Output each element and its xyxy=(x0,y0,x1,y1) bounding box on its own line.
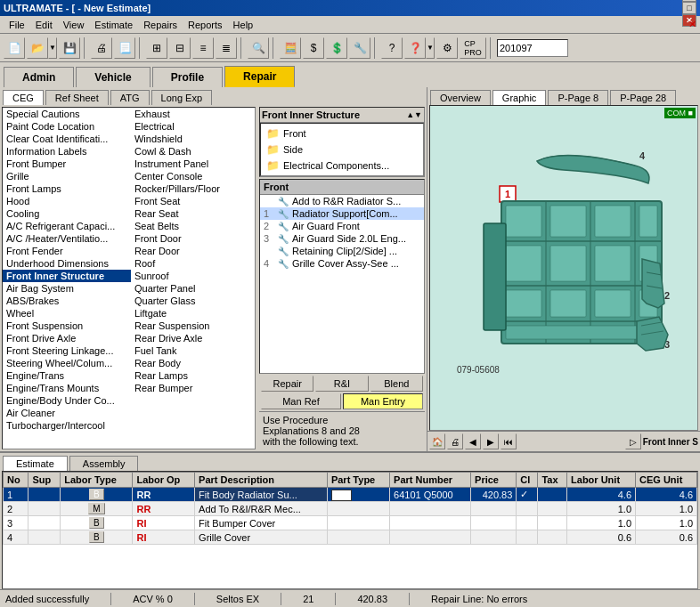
cat-quarter-panel[interactable]: Quarter Panel xyxy=(131,282,255,295)
cat-exhaust[interactable]: Exhaust xyxy=(131,108,255,120)
menu-view[interactable]: View xyxy=(58,18,90,32)
tab-admin[interactable]: Admin xyxy=(4,67,74,87)
tree-section-front[interactable]: 📁 Front xyxy=(263,125,421,142)
cat-sunroof[interactable]: Sunroof xyxy=(131,270,255,282)
maximize-button[interactable]: □ xyxy=(682,2,696,14)
tool1-button[interactable]: ⊞ xyxy=(146,37,167,59)
tool3-button[interactable]: ≡ xyxy=(192,37,214,59)
table-row[interactable]: 3BRIFit Bumper Cover1.01.0 xyxy=(4,516,697,530)
cat-rear-lamps[interactable]: Rear Lamps xyxy=(131,369,255,382)
pro-button[interactable]: CPPRO xyxy=(460,37,486,59)
man-ref-button[interactable]: Man Ref xyxy=(261,393,341,409)
open-dropdown[interactable]: ▼ xyxy=(48,37,57,59)
cat-rear-seat[interactable]: Rear Seat xyxy=(131,207,255,220)
dollar-button[interactable]: $ xyxy=(303,37,324,59)
help-dropdown[interactable]: ▼ xyxy=(426,37,435,59)
blend-button[interactable]: Blend xyxy=(370,376,423,392)
save-button[interactable]: 💾 xyxy=(59,37,80,59)
cat-rear-axle[interactable]: Rear Drive Axle xyxy=(131,332,255,344)
cat-quarter-glass[interactable]: Quarter Glass xyxy=(131,295,255,307)
menu-help[interactable]: Help xyxy=(228,18,259,32)
table-row[interactable]: 2MRRAdd To R&I/R&R Mec...1.01.0 xyxy=(4,502,697,516)
cat-engine-body[interactable]: Engine/Body Under Co... xyxy=(3,394,131,407)
detail-item-radiator[interactable]: 1 🔧 Radiator Support[Com... xyxy=(260,207,424,220)
dollar2-button[interactable]: 💲 xyxy=(326,37,347,59)
cat-steering-wheel[interactable]: Steering Wheel/Colum... xyxy=(3,357,131,369)
tab-profile[interactable]: Profile xyxy=(152,67,223,87)
open-button[interactable]: 📂 xyxy=(27,37,48,59)
cat-clear-coat[interactable]: Clear Coat Identificati... xyxy=(3,133,131,145)
rr-button[interactable]: R&I xyxy=(315,376,368,392)
cat-front-inner[interactable]: Front Inner Structure xyxy=(3,270,131,282)
tab-vehicle[interactable]: Vehicle xyxy=(76,67,150,87)
subtab-longexp[interactable]: Long Exp xyxy=(151,90,212,105)
cat-rear-body[interactable]: Rear Body xyxy=(131,357,255,369)
btab-estimate[interactable]: Estimate xyxy=(3,456,68,471)
cat-special-cautions[interactable]: Special Cautions xyxy=(3,108,131,120)
cat-front-axle[interactable]: Front Drive Axle xyxy=(3,332,131,344)
cat-engine-mounts[interactable]: Engine/Trans Mounts xyxy=(3,382,131,394)
cat-console[interactable]: Center Console xyxy=(131,170,255,182)
menu-edit[interactable]: Edit xyxy=(30,18,58,32)
menu-repairs[interactable]: Repairs xyxy=(138,18,183,32)
subtab-ceg[interactable]: CEG xyxy=(3,90,44,105)
cat-front-susp[interactable]: Front Suspension xyxy=(3,320,131,332)
tool2-button[interactable]: ⊟ xyxy=(169,37,191,59)
cat-steering-linkage[interactable]: Front Steering Linkage... xyxy=(3,344,131,357)
settings-button[interactable]: ⚙ xyxy=(436,37,458,59)
graphic-nav-button[interactable]: ▷ xyxy=(625,433,641,449)
cat-turbo[interactable]: Turbocharger/Intercool xyxy=(3,419,131,432)
cat-cowl[interactable]: Cowl & Dash xyxy=(131,145,255,158)
cat-front-fender[interactable]: Front Fender xyxy=(3,245,131,257)
cat-front-bumper[interactable]: Front Bumper xyxy=(3,158,131,170)
graphic-right-button[interactable]: ▶ xyxy=(483,433,499,449)
estimate-search[interactable] xyxy=(497,39,568,57)
detail-item-airguard-side[interactable]: 3 🔧 Air Guard Side 2.0L Eng... xyxy=(260,232,424,245)
labor-type-badge[interactable]: B xyxy=(89,517,104,529)
search-button[interactable]: 🔍 xyxy=(248,37,269,59)
gtab-overview[interactable]: Overview xyxy=(430,90,491,105)
detail-item-airguard-front[interactable]: 2 🔧 Air Guard Front xyxy=(260,220,424,232)
graphic-left-button[interactable]: ◀ xyxy=(465,433,481,449)
menu-estimate[interactable]: Estimate xyxy=(89,18,138,32)
cat-underhood[interactable]: Underhood Dimensions xyxy=(3,257,131,270)
repair-button[interactable]: Repair xyxy=(261,376,313,392)
btab-assembly[interactable]: Assembly xyxy=(69,456,139,471)
gtab-ppage28[interactable]: P-Page 28 xyxy=(610,90,676,105)
cat-paint-code[interactable]: Paint Code Location xyxy=(3,120,131,133)
cat-front-seat[interactable]: Front Seat xyxy=(131,195,255,207)
close-app-button[interactable]: ✕ xyxy=(688,19,696,30)
cat-fuel-tank[interactable]: Fuel Tank xyxy=(131,344,255,357)
print-button[interactable]: 🖨 xyxy=(91,37,112,59)
tool6-button[interactable]: ? xyxy=(381,37,403,59)
tree-section-side[interactable]: 📁 Side xyxy=(263,142,421,158)
cat-rocker[interactable]: Rocker/Pillars/Floor xyxy=(131,182,255,195)
graphic-home-button[interactable]: 🏠 xyxy=(429,433,445,449)
cat-abs[interactable]: ABS/Brakes xyxy=(3,295,131,307)
subtab-atg[interactable]: ATG xyxy=(110,90,150,105)
cat-ac-refrigerant[interactable]: A/C Refrigerant Capaci... xyxy=(3,220,131,232)
tree-section-electrical[interactable]: 📁 Electrical Components... xyxy=(263,158,421,174)
calc-button[interactable]: 🧮 xyxy=(280,37,301,59)
tool5-button[interactable]: 🔧 xyxy=(349,37,370,59)
cat-liftgate[interactable]: Liftgate xyxy=(131,307,255,320)
cat-ac-heater[interactable]: A/C /Heater/Ventilatio... xyxy=(3,232,131,245)
graphic-print-button[interactable]: 🖨 xyxy=(447,433,463,449)
cat-hood[interactable]: Hood xyxy=(3,195,131,207)
labor-type-badge[interactable]: B xyxy=(89,531,104,543)
subtab-refsheet[interactable]: Ref Sheet xyxy=(45,90,109,105)
menu-reports[interactable]: Reports xyxy=(183,18,228,32)
table-row[interactable]: 1BRRFit Body Radiator Su...NW64101 Q5000… xyxy=(4,488,697,502)
cat-wheel[interactable]: Wheel xyxy=(3,307,131,320)
detail-item-grille[interactable]: 4 🔧 Grille Cover Assy-See ... xyxy=(260,257,424,270)
cat-grille[interactable]: Grille xyxy=(3,170,131,182)
detail-item-clip[interactable]: 🔧 Retaining Clip[2/Side] ... xyxy=(260,245,424,257)
tree-scroll-up[interactable]: ▲ xyxy=(406,110,414,119)
menu-file[interactable]: File xyxy=(4,18,30,32)
print2-button[interactable]: 📃 xyxy=(114,37,135,59)
cat-roof[interactable]: Roof xyxy=(131,257,255,270)
labor-type-badge[interactable]: M xyxy=(88,503,104,514)
cat-rear-susp[interactable]: Rear Suspension xyxy=(131,320,255,332)
cat-engine[interactable]: Engine/Trans xyxy=(3,369,131,382)
category-list[interactable]: Special Cautions Paint Code Location Cle… xyxy=(2,107,256,449)
